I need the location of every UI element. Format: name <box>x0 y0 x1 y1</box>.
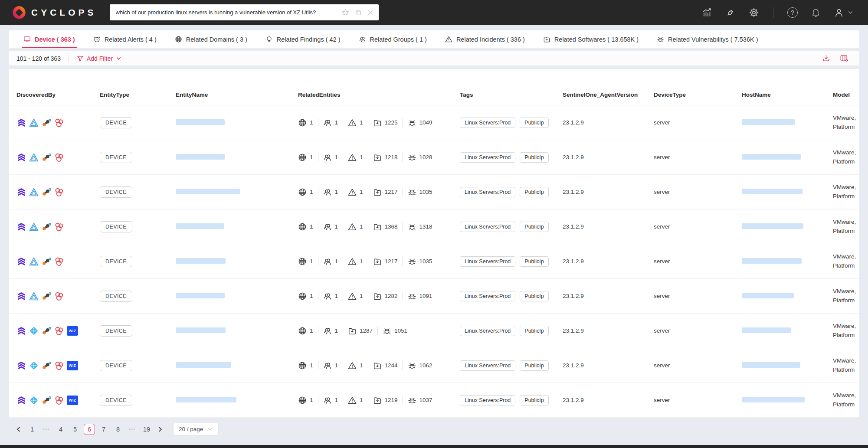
tab-related-findings[interactable]: Related Findings ( 42 ) <box>265 30 341 48</box>
export-download-icon[interactable] <box>822 54 830 62</box>
bug-icon <box>408 396 416 405</box>
tab-related-alerts[interactable]: Related Alerts ( 4 ) <box>93 30 157 48</box>
related-domains: 1 <box>298 153 313 162</box>
col-discoveredby[interactable]: DiscoveredBy <box>9 92 92 105</box>
table-row[interactable]: WIZ DEVICE 1 1 1287 1051 <box>9 314 859 348</box>
device-type-cell: server <box>646 293 734 299</box>
entity-name-cell[interactable] <box>168 293 290 300</box>
page-size-label: 20 / page <box>179 426 203 432</box>
entity-name-cell[interactable] <box>168 154 290 161</box>
tab-related-vulnerabilitys[interactable]: Related Vulnerabilitys ( 7.536K ) <box>657 30 758 48</box>
page-size-select[interactable]: 20 / page <box>173 423 219 435</box>
entity-name-cell[interactable] <box>168 327 290 334</box>
related-entities-cell: 1 1 1 1217 1035 <box>290 188 452 196</box>
hostname-redaction <box>742 397 805 402</box>
entity-type-cell: DEVICE <box>92 117 168 128</box>
col-model[interactable]: Model <box>825 92 859 105</box>
molecule-icon <box>42 222 51 232</box>
tab-related-domains[interactable]: Related Domains ( 3 ) <box>175 30 247 48</box>
users-icon <box>323 188 332 196</box>
page-button[interactable]: 5 <box>69 424 81 435</box>
sentinelone-icon <box>16 222 26 232</box>
notifications-bell-icon[interactable] <box>811 7 821 17</box>
search-bar[interactable] <box>110 4 379 20</box>
account-menu[interactable] <box>834 7 853 18</box>
table-row[interactable]: DEVICE 1 1 1 1217 1035 <box>9 244 859 279</box>
search-input[interactable] <box>116 9 342 16</box>
related-vulnerabilities: 1028 <box>403 153 432 162</box>
col-entityname[interactable]: EntityName <box>168 92 290 105</box>
table-row[interactable]: DEVICE 1 1 1 1218 1028 <box>9 140 859 175</box>
page-button[interactable]: 19 <box>141 424 152 435</box>
related-softwares: 1244 <box>368 361 398 370</box>
add-filter-button[interactable]: Add Filter <box>77 55 121 62</box>
col-entitytype[interactable]: EntityType <box>92 92 168 105</box>
entity-name-cell[interactable] <box>168 119 290 126</box>
tag-badge: PublicIp <box>520 291 548 301</box>
page-button[interactable]: 8 <box>112 424 124 435</box>
table-row[interactable]: WIZ DEVICE 1 1 1 1244 <box>9 348 859 383</box>
prev-page-button[interactable] <box>14 426 23 432</box>
related-softwares: 1218 <box>368 153 398 162</box>
tab-related-groups[interactable]: Related Groups ( 1 ) <box>359 30 427 48</box>
tags-cell: Linux Servers:ProdPublicIp <box>452 187 555 197</box>
results-table: DiscoveredBy EntityType EntityName Relat… <box>9 69 859 418</box>
help-icon[interactable]: ? <box>787 7 798 18</box>
tab-device[interactable]: Device ( 363 ) <box>23 30 75 48</box>
tag-badge: Linux Servers:Prod <box>460 326 515 336</box>
column-settings-icon[interactable] <box>840 54 849 62</box>
col-relatedentities[interactable]: RelatedEntities <box>290 92 452 105</box>
tags-cell: Linux Servers:ProdPublicIp <box>452 256 555 267</box>
page-button[interactable]: 6 <box>84 424 95 435</box>
page-button[interactable]: 1 <box>26 424 38 435</box>
entity-name-cell[interactable] <box>168 223 290 230</box>
col-devicetype[interactable]: DeviceType <box>646 92 734 105</box>
related-count: 1051 <box>394 327 407 334</box>
software-box-icon <box>373 257 382 266</box>
agent-version-cell: 23.1.2.9 <box>555 119 646 126</box>
col-agentversion[interactable]: SentinelOne_AgentVersion <box>555 92 646 105</box>
related-groups: 1 <box>318 222 338 231</box>
brand: CYCLOPS <box>12 6 97 20</box>
settings-gear-icon[interactable] <box>749 7 759 18</box>
integrations-plug-icon[interactable] <box>725 7 736 18</box>
entity-name-cell[interactable] <box>168 397 290 404</box>
copy-icon[interactable] <box>355 9 362 16</box>
table-row[interactable]: WIZ DEVICE 1 1 1 1219 <box>9 383 859 418</box>
hostname-cell <box>734 154 825 161</box>
close-icon[interactable] <box>367 10 373 16</box>
cyclops-logo-icon <box>12 6 26 20</box>
alarm-icon <box>93 36 101 43</box>
hostname-cell <box>734 258 825 265</box>
blue-diamond-icon <box>29 326 39 336</box>
red-circles-icon <box>54 326 64 336</box>
bug-icon <box>408 257 416 266</box>
analytics-icon[interactable] <box>702 7 712 18</box>
table-row[interactable]: DEVICE 1 1 1 1282 1091 <box>9 279 859 314</box>
blue-triangle-icon <box>29 222 39 232</box>
related-entities-cell: 1 1 1 1219 1037 <box>290 396 452 405</box>
software-box-icon <box>373 153 382 162</box>
col-hostname[interactable]: HostName <box>734 92 825 105</box>
tab-related-softwares[interactable]: Related Softwares ( 13.658K ) <box>543 30 639 48</box>
add-filter-label: Add Filter <box>87 55 113 62</box>
related-domains: 1 <box>298 188 313 196</box>
entity-name-cell[interactable] <box>168 362 290 369</box>
entity-name-cell[interactable] <box>168 258 290 265</box>
table-row[interactable]: DEVICE 1 1 1 1368 1318 <box>9 209 859 244</box>
globe-icon <box>298 257 307 266</box>
related-groups: 1 <box>318 292 338 301</box>
entity-type-badge: DEVICE <box>100 360 132 371</box>
related-incidents: 1 <box>343 222 363 231</box>
table-row[interactable]: DEVICE 1 1 1 1225 1049 <box>9 105 859 140</box>
table-row[interactable]: DEVICE 1 1 1 1217 1035 <box>9 175 859 209</box>
tab-related-incidents[interactable]: Related Incidents ( 336 ) <box>445 30 525 48</box>
star-icon[interactable] <box>342 9 349 16</box>
next-page-button[interactable] <box>155 426 165 432</box>
col-tags[interactable]: Tags <box>452 92 555 105</box>
page-button[interactable]: 4 <box>55 424 66 435</box>
page-button[interactable]: 7 <box>98 424 109 435</box>
hostname-redaction <box>742 258 802 264</box>
hostname-redaction <box>742 154 801 160</box>
entity-name-cell[interactable] <box>168 189 290 196</box>
